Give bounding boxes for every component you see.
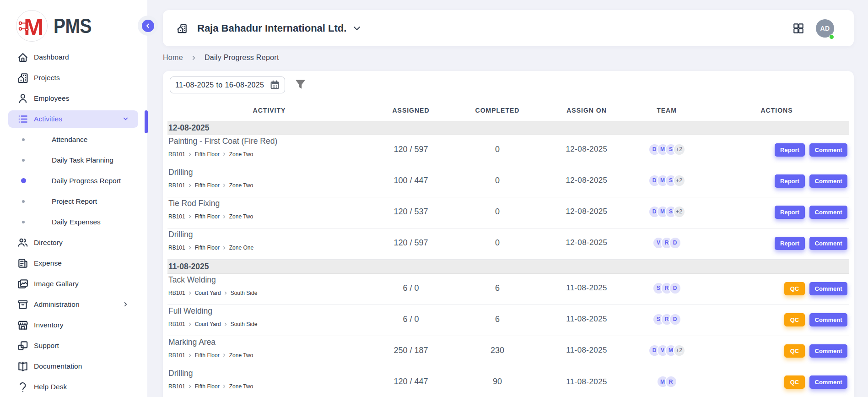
svg-text:M: M	[24, 14, 43, 40]
